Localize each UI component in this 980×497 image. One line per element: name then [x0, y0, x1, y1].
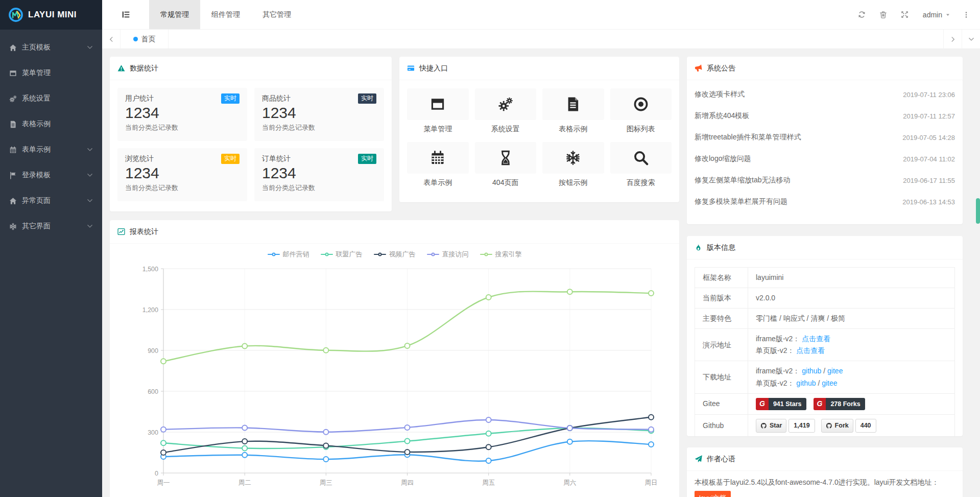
legend-item[interactable]: 搜索引擎	[480, 250, 522, 259]
gitee-badge[interactable]: G278 Forks	[814, 398, 865, 410]
stat-box: 浏览统计实时1234当前分类总记录数	[117, 148, 247, 201]
gitee-badge[interactable]: G941 Stars	[756, 398, 806, 410]
version-row-label: 主要特色	[695, 309, 748, 329]
version-row-value: layuimini	[748, 268, 955, 288]
fullscreen-button[interactable]	[894, 0, 916, 30]
chevron-down-icon	[87, 147, 93, 153]
legend-item[interactable]: 联盟广告	[321, 250, 363, 259]
github-button[interactable]: Fork	[821, 419, 853, 433]
fire-icon	[695, 244, 702, 251]
sidebar-item-label: 表单示例	[22, 145, 51, 154]
header-menu-tab[interactable]: 组件管理	[200, 0, 251, 29]
announcement-item[interactable]: 新增系统404模板2019-07-11 12:57	[695, 105, 955, 127]
sidebar-item[interactable]: 系统设置	[0, 86, 102, 111]
shortcut-item[interactable]: 404页面	[475, 142, 537, 187]
refresh-button[interactable]	[851, 0, 873, 30]
version-row-label: Gitee	[695, 393, 748, 414]
author-words-title: 作者心语	[707, 455, 735, 464]
legend-marker-icon	[427, 254, 439, 255]
sidebar-item[interactable]: 异常页面	[0, 188, 102, 214]
version-row-value: v2.0.0	[748, 288, 955, 309]
sidebar-item[interactable]: 表单示例	[0, 137, 102, 162]
legend-item[interactable]: 直接访问	[427, 250, 469, 259]
sidebar-item[interactable]: 主页模板	[0, 35, 102, 60]
version-row-label: 框架名称	[695, 268, 748, 288]
version-row-label: 演示地址	[695, 329, 748, 361]
tab-home[interactable]: 首页	[121, 30, 169, 49]
version-link[interactable]: gitee	[827, 367, 843, 375]
stat-box: 商品统计实时1234当前分类总记录数	[254, 88, 384, 141]
shortcut-grid: 菜单管理系统设置表格示例图标列表表单示例404页面按钮示例百度搜索	[399, 80, 679, 196]
user-menu[interactable]: admin	[916, 11, 958, 19]
github-count[interactable]: 440	[855, 419, 876, 433]
announcements-card: 系统公告 修改选项卡样式2019-07-11 23:06新增系统404模板201…	[687, 57, 963, 224]
shortcut-label: 菜单管理	[407, 125, 469, 134]
sidebar-item[interactable]: 登录模板	[0, 162, 102, 188]
legend-marker-icon	[268, 254, 280, 255]
sidebar-item[interactable]: 表格示例	[0, 111, 102, 137]
github-count[interactable]: 1,419	[788, 419, 815, 433]
version-link[interactable]: gitee	[822, 379, 837, 387]
header-menu-tab[interactable]: 其它管理	[251, 0, 302, 29]
svg-text:600: 600	[148, 388, 158, 395]
version-link[interactable]: 点击查看	[802, 335, 830, 343]
sidebar-item[interactable]: 其它界面	[0, 214, 102, 239]
home-icon	[9, 44, 17, 52]
legend-label: 联盟广告	[336, 250, 363, 259]
github-button[interactable]: Star	[756, 419, 786, 433]
warning-icon	[117, 64, 125, 72]
version-link[interactable]: github	[796, 379, 816, 387]
shortcut-item[interactable]: 表单示例	[407, 142, 469, 187]
stat-caption: 当前分类总记录数	[262, 183, 376, 193]
author-line1: 本模板基于layui2.5.4以及font-awesome-4.7.0进行实现。…	[695, 477, 955, 488]
announcement-item[interactable]: 修复左侧菜单缩放tab无法移动2019-06-17 11:55	[695, 170, 955, 191]
version-link[interactable]: 点击查看	[796, 346, 825, 354]
github-widget: Star1,419	[756, 419, 815, 433]
page-scrollbar[interactable]	[976, 0, 980, 497]
svg-text:900: 900	[148, 347, 158, 354]
sidebar-item-label: 主页模板	[22, 43, 51, 52]
tabs-scroll-right-button[interactable]	[943, 30, 962, 49]
gitee-logo-icon: G	[756, 398, 769, 410]
announcement-item[interactable]: 修复多模块菜单栏展开有问题2019-06-13 14:53	[695, 191, 955, 212]
shortcut-icon-box	[542, 88, 604, 120]
layui-doc-button[interactable]: layui文档	[695, 491, 731, 497]
more-menu-button[interactable]	[958, 0, 975, 30]
shortcut-item[interactable]: 系统设置	[475, 88, 537, 134]
clear-cache-button[interactable]	[873, 0, 894, 30]
calendar-icon	[9, 146, 17, 154]
shortcut-item[interactable]: 按钮示例	[542, 142, 604, 187]
sidebar-item-label: 其它界面	[22, 222, 51, 231]
scrollbar-thumb[interactable]	[976, 198, 980, 224]
dot-circle-icon	[633, 97, 649, 112]
header-menu-tab[interactable]: 常规管理	[149, 0, 200, 29]
collapse-sidebar-button[interactable]	[102, 0, 149, 29]
tabs-scroll-left-button[interactable]	[102, 30, 121, 49]
legend-marker-icon	[480, 254, 492, 255]
shortcut-item[interactable]: 百度搜索	[610, 142, 672, 187]
brand[interactable]: LAYUI MINI	[0, 0, 102, 30]
stat-label: 商品统计	[262, 94, 291, 103]
version-info-title: 版本信息	[707, 243, 735, 252]
legend-label: 邮件营销	[283, 250, 309, 259]
svg-text:周六: 周六	[563, 479, 576, 486]
legend-item[interactable]: 邮件营销	[268, 250, 309, 259]
chevron-down-icon	[87, 172, 93, 178]
announcement-date: 2019-07-04 11:02	[903, 155, 955, 163]
search-icon	[633, 150, 649, 165]
github-icon	[826, 422, 832, 429]
outdent-icon	[122, 10, 130, 19]
shortcut-item[interactable]: 图标列表	[610, 88, 672, 134]
sidebar-item-label: 系统设置	[22, 94, 51, 103]
announcement-item[interactable]: 修改logo缩放问题2019-07-04 11:02	[695, 148, 955, 170]
shortcut-item[interactable]: 表格示例	[542, 88, 604, 134]
author-body: 本模板基于layui2.5.4以及font-awesome-4.7.0进行实现。…	[687, 471, 963, 497]
version-link[interactable]: github	[802, 367, 821, 375]
sidebar-item[interactable]: 菜单管理	[0, 60, 102, 86]
shortcut-item[interactable]: 菜单管理	[407, 88, 469, 134]
stat-badge: 实时	[221, 154, 240, 164]
announcement-item[interactable]: 新增treetable插件和菜单管理样式2019-07-05 14:28	[695, 127, 955, 148]
legend-item[interactable]: 视频广告	[374, 250, 416, 259]
announcement-item[interactable]: 修改选项卡样式2019-07-11 23:06	[695, 84, 955, 105]
version-row-label: 当前版本	[695, 288, 748, 309]
